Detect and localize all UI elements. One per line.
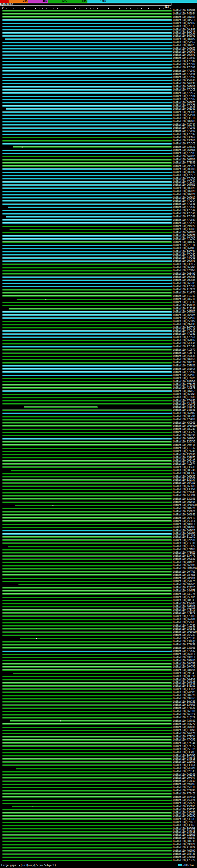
- hit-bar[interactable]: [2, 654, 171, 655]
- hit-label[interactable]: UniRef100_B4E726: [173, 593, 195, 596]
- hit-label[interactable]: UniRef100_A7U599: [173, 70, 195, 73]
- hit-label[interactable]: UniRef100_B1B567: [173, 57, 195, 60]
- hit-label[interactable]: UniRef100_P49644: [173, 12, 195, 16]
- hit-label[interactable]: UniRef100_P17330: [173, 301, 195, 304]
- hit-bar[interactable]: [2, 771, 171, 773]
- hit-bar[interactable]: [2, 422, 171, 424]
- hit-label[interactable]: UniRef100_A3LQ70: [173, 402, 195, 405]
- hit-bar[interactable]: [2, 286, 171, 287]
- hit-label[interactable]: UniRef100_B7F114: [173, 244, 195, 247]
- hit-bar[interactable]: [2, 688, 171, 690]
- hit-label[interactable]: UniRef100_Q09HZ1: [173, 48, 195, 51]
- hit-bar[interactable]: [2, 787, 171, 788]
- hit-label[interactable]: UniRef100_UPI0000...: [173, 425, 197, 428]
- hit-label[interactable]: UniRef100_O43026: [173, 409, 195, 412]
- hit-bar[interactable]: [2, 238, 171, 240]
- hit-label[interactable]: UniRef100_A1DFF9: [173, 348, 195, 352]
- hit-label[interactable]: UniRef100_A3LT83: [173, 818, 195, 821]
- hit-bar[interactable]: [15, 505, 171, 506]
- hit-bar[interactable]: [2, 663, 171, 665]
- hit-bar[interactable]: [17, 299, 171, 300]
- hit-bar[interactable]: [2, 448, 171, 449]
- hit-label[interactable]: UniRef100_Q5KGZ0: [173, 802, 195, 805]
- hit-bar[interactable]: [2, 222, 171, 224]
- hit-label[interactable]: UniRef100_A3LZZ7: [173, 431, 195, 434]
- hit-bar[interactable]: [2, 165, 171, 167]
- hit-label[interactable]: UniRef100_A9RGK0: [173, 606, 195, 609]
- hit-label[interactable]: UniRef100_Q60UF1: [173, 653, 195, 656]
- hit-bar[interactable]: [2, 292, 171, 294]
- hit-label[interactable]: UniRef100_B8C246: [173, 469, 195, 472]
- hit-bar[interactable]: [2, 745, 171, 747]
- hit-bar[interactable]: [2, 502, 171, 503]
- hit-label[interactable]: UniRef100_A7M6E6: [173, 399, 195, 402]
- hit-bar[interactable]: [10, 720, 171, 722]
- hit-bar[interactable]: [2, 124, 171, 126]
- hit-label[interactable]: UniRef100_Q8YU56: [173, 358, 195, 361]
- hit-bar[interactable]: [2, 26, 171, 27]
- hit-label[interactable]: UniRef100_C5DQ24: [173, 799, 195, 802]
- hit-bar[interactable]: [2, 226, 171, 227]
- hit-label[interactable]: UniRef100_Q04863: [173, 681, 195, 684]
- hit-label[interactable]: UniRef100_UPI0000...: [173, 504, 197, 507]
- hit-label[interactable]: UniRef100_A8WNQ0: [173, 526, 195, 529]
- hit-bar[interactable]: [2, 371, 171, 373]
- hit-bar[interactable]: [2, 616, 171, 617]
- hit-bar[interactable]: [2, 210, 171, 211]
- hit-label[interactable]: UniRef100_A7U593: [173, 130, 195, 133]
- hit-bar[interactable]: [2, 162, 171, 164]
- hit-bar[interactable]: [2, 815, 171, 817]
- hit-label[interactable]: UniRef100_B9WER6: [173, 323, 195, 326]
- hit-label[interactable]: UniRef100_Q6TMD4: [173, 149, 195, 152]
- hit-label[interactable]: UniRef100_Q017J0: [173, 840, 195, 843]
- hit-bar[interactable]: [2, 334, 171, 335]
- hit-bar[interactable]: [2, 622, 171, 623]
- hit-label[interactable]: UniRef100_Q6MXM5: [173, 314, 195, 317]
- hit-label[interactable]: UniRef100_A7U544: [173, 345, 195, 348]
- hit-bar[interactable]: [2, 99, 171, 100]
- hit-bar[interactable]: [2, 717, 171, 719]
- hit-bar[interactable]: [2, 340, 171, 341]
- hit-bar[interactable]: [2, 32, 171, 34]
- hit-label[interactable]: UniRef100_Q9M7R9: [173, 665, 195, 669]
- hit-bar[interactable]: [2, 359, 171, 360]
- hit-bar[interactable]: [2, 800, 171, 801]
- hit-label[interactable]: UniRef100_Q09HY7: [173, 529, 195, 532]
- hit-label[interactable]: UniRef100_A5DNA5: [173, 805, 195, 808]
- hit-bar[interactable]: [2, 483, 171, 484]
- hit-label[interactable]: UniRef100_Q09HY2: [173, 51, 195, 54]
- hit-label[interactable]: UniRef100_Q6BMX0: [173, 158, 195, 161]
- hit-bar[interactable]: [2, 441, 171, 443]
- hit-label[interactable]: UniRef100_Q00301: [173, 107, 195, 111]
- hit-bar[interactable]: [2, 822, 171, 823]
- hit-label[interactable]: UniRef100_A7U5B6: [173, 285, 195, 288]
- hit-bar[interactable]: [2, 565, 171, 566]
- hit-bar[interactable]: [2, 676, 171, 677]
- hit-label[interactable]: UniRef100_C4LVB9: [173, 494, 195, 497]
- hit-label[interactable]: UniRef100_Q67MD2: [173, 412, 195, 415]
- hit-label[interactable]: UniRef100_Q6QWN0: [173, 266, 195, 269]
- hit-bar[interactable]: [2, 61, 171, 62]
- hit-label[interactable]: UniRef100_B3RWU5: [173, 704, 195, 707]
- hit-label[interactable]: UniRef100_Q9UB30: [173, 558, 195, 561]
- hit-label[interactable]: UniRef100_Q5I5H0: [173, 317, 195, 320]
- hit-bar[interactable]: [2, 96, 171, 97]
- hit-label[interactable]: UniRef100_C4QVG9: [173, 811, 195, 814]
- hit-bar[interactable]: [2, 121, 171, 123]
- hit-label[interactable]: UniRef100_B2J5B1: [173, 539, 195, 542]
- hit-label[interactable]: UniRef100_P17331: [173, 542, 195, 545]
- hit-label[interactable]: UniRef100_Q6CIH5: [173, 814, 195, 817]
- hit-bar[interactable]: [2, 115, 171, 116]
- hit-label[interactable]: UniRef100_Q8MQH6: [173, 577, 195, 580]
- hit-label[interactable]: UniRef100_C3E064: [173, 764, 195, 767]
- hit-label[interactable]: UniRef100_Q708W6: [173, 269, 195, 272]
- hit-bar[interactable]: [2, 235, 171, 237]
- hit-bar[interactable]: [2, 283, 171, 284]
- hit-label[interactable]: UniRef100_Q1TQW8: [173, 729, 195, 732]
- hit-bar[interactable]: [2, 346, 171, 348]
- hit-label[interactable]: UniRef100_C7YPH8: [173, 418, 195, 421]
- hit-bar[interactable]: [2, 860, 171, 861]
- hit-label[interactable]: UniRef100_A1YFF6: [173, 291, 195, 294]
- hit-label[interactable]: UniRef100_Q21HW6: [173, 856, 195, 859]
- hit-label[interactable]: UniRef100_Q9MQY1: [173, 843, 195, 846]
